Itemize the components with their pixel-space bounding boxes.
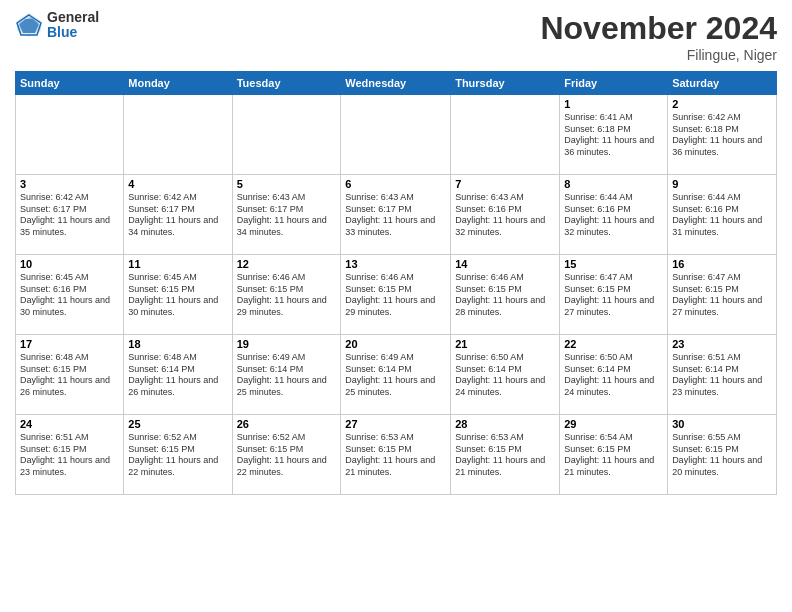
logo-general-text: General (47, 10, 99, 25)
calendar-cell: 20Sunrise: 6:49 AM Sunset: 6:14 PM Dayli… (341, 335, 451, 415)
day-info: Sunrise: 6:46 AM Sunset: 6:15 PM Dayligh… (237, 272, 337, 319)
calendar-cell: 1Sunrise: 6:41 AM Sunset: 6:18 PM Daylig… (560, 95, 668, 175)
day-number: 4 (128, 178, 227, 190)
day-info: Sunrise: 6:48 AM Sunset: 6:14 PM Dayligh… (128, 352, 227, 399)
calendar-cell: 14Sunrise: 6:46 AM Sunset: 6:15 PM Dayli… (451, 255, 560, 335)
col-wednesday: Wednesday (341, 72, 451, 95)
day-info: Sunrise: 6:46 AM Sunset: 6:15 PM Dayligh… (455, 272, 555, 319)
calendar-cell: 17Sunrise: 6:48 AM Sunset: 6:15 PM Dayli… (16, 335, 124, 415)
logo-blue-text: Blue (47, 25, 99, 40)
calendar-cell: 26Sunrise: 6:52 AM Sunset: 6:15 PM Dayli… (232, 415, 341, 495)
calendar-cell (451, 95, 560, 175)
day-info: Sunrise: 6:53 AM Sunset: 6:15 PM Dayligh… (345, 432, 446, 479)
day-number: 8 (564, 178, 663, 190)
day-number: 10 (20, 258, 119, 270)
calendar-cell: 18Sunrise: 6:48 AM Sunset: 6:14 PM Dayli… (124, 335, 232, 415)
day-number: 7 (455, 178, 555, 190)
day-number: 30 (672, 418, 772, 430)
calendar-cell: 19Sunrise: 6:49 AM Sunset: 6:14 PM Dayli… (232, 335, 341, 415)
calendar-cell: 13Sunrise: 6:46 AM Sunset: 6:15 PM Dayli… (341, 255, 451, 335)
day-info: Sunrise: 6:52 AM Sunset: 6:15 PM Dayligh… (237, 432, 337, 479)
day-number: 28 (455, 418, 555, 430)
calendar: Sunday Monday Tuesday Wednesday Thursday… (15, 71, 777, 495)
calendar-cell: 28Sunrise: 6:53 AM Sunset: 6:15 PM Dayli… (451, 415, 560, 495)
day-info: Sunrise: 6:49 AM Sunset: 6:14 PM Dayligh… (345, 352, 446, 399)
day-number: 3 (20, 178, 119, 190)
calendar-week-1: 1Sunrise: 6:41 AM Sunset: 6:18 PM Daylig… (16, 95, 777, 175)
day-info: Sunrise: 6:50 AM Sunset: 6:14 PM Dayligh… (564, 352, 663, 399)
day-info: Sunrise: 6:55 AM Sunset: 6:15 PM Dayligh… (672, 432, 772, 479)
day-number: 6 (345, 178, 446, 190)
calendar-cell (341, 95, 451, 175)
col-sunday: Sunday (16, 72, 124, 95)
calendar-cell: 21Sunrise: 6:50 AM Sunset: 6:14 PM Dayli… (451, 335, 560, 415)
day-number: 15 (564, 258, 663, 270)
calendar-cell (124, 95, 232, 175)
calendar-cell: 30Sunrise: 6:55 AM Sunset: 6:15 PM Dayli… (668, 415, 777, 495)
calendar-cell: 23Sunrise: 6:51 AM Sunset: 6:14 PM Dayli… (668, 335, 777, 415)
day-info: Sunrise: 6:43 AM Sunset: 6:17 PM Dayligh… (345, 192, 446, 239)
day-number: 13 (345, 258, 446, 270)
day-info: Sunrise: 6:49 AM Sunset: 6:14 PM Dayligh… (237, 352, 337, 399)
day-info: Sunrise: 6:41 AM Sunset: 6:18 PM Dayligh… (564, 112, 663, 159)
calendar-cell: 9Sunrise: 6:44 AM Sunset: 6:16 PM Daylig… (668, 175, 777, 255)
calendar-cell: 15Sunrise: 6:47 AM Sunset: 6:15 PM Dayli… (560, 255, 668, 335)
day-number: 27 (345, 418, 446, 430)
logo-text: General Blue (47, 10, 99, 41)
day-number: 12 (237, 258, 337, 270)
day-info: Sunrise: 6:46 AM Sunset: 6:15 PM Dayligh… (345, 272, 446, 319)
day-info: Sunrise: 6:47 AM Sunset: 6:15 PM Dayligh… (564, 272, 663, 319)
day-number: 14 (455, 258, 555, 270)
calendar-cell: 6Sunrise: 6:43 AM Sunset: 6:17 PM Daylig… (341, 175, 451, 255)
col-tuesday: Tuesday (232, 72, 341, 95)
location: Filingue, Niger (540, 47, 777, 63)
day-info: Sunrise: 6:48 AM Sunset: 6:15 PM Dayligh… (20, 352, 119, 399)
day-info: Sunrise: 6:42 AM Sunset: 6:17 PM Dayligh… (128, 192, 227, 239)
calendar-header-row: Sunday Monday Tuesday Wednesday Thursday… (16, 72, 777, 95)
calendar-cell: 8Sunrise: 6:44 AM Sunset: 6:16 PM Daylig… (560, 175, 668, 255)
day-info: Sunrise: 6:44 AM Sunset: 6:16 PM Dayligh… (564, 192, 663, 239)
col-friday: Friday (560, 72, 668, 95)
day-number: 17 (20, 338, 119, 350)
calendar-cell: 5Sunrise: 6:43 AM Sunset: 6:17 PM Daylig… (232, 175, 341, 255)
calendar-week-3: 10Sunrise: 6:45 AM Sunset: 6:16 PM Dayli… (16, 255, 777, 335)
header: General Blue November 2024 Filingue, Nig… (15, 10, 777, 63)
day-number: 18 (128, 338, 227, 350)
day-info: Sunrise: 6:53 AM Sunset: 6:15 PM Dayligh… (455, 432, 555, 479)
calendar-week-5: 24Sunrise: 6:51 AM Sunset: 6:15 PM Dayli… (16, 415, 777, 495)
day-info: Sunrise: 6:43 AM Sunset: 6:16 PM Dayligh… (455, 192, 555, 239)
day-info: Sunrise: 6:45 AM Sunset: 6:15 PM Dayligh… (128, 272, 227, 319)
calendar-week-4: 17Sunrise: 6:48 AM Sunset: 6:15 PM Dayli… (16, 335, 777, 415)
calendar-cell: 16Sunrise: 6:47 AM Sunset: 6:15 PM Dayli… (668, 255, 777, 335)
calendar-cell: 2Sunrise: 6:42 AM Sunset: 6:18 PM Daylig… (668, 95, 777, 175)
day-number: 21 (455, 338, 555, 350)
calendar-cell: 4Sunrise: 6:42 AM Sunset: 6:17 PM Daylig… (124, 175, 232, 255)
calendar-cell (16, 95, 124, 175)
calendar-cell: 29Sunrise: 6:54 AM Sunset: 6:15 PM Dayli… (560, 415, 668, 495)
day-number: 2 (672, 98, 772, 110)
calendar-cell: 10Sunrise: 6:45 AM Sunset: 6:16 PM Dayli… (16, 255, 124, 335)
day-number: 11 (128, 258, 227, 270)
day-info: Sunrise: 6:54 AM Sunset: 6:15 PM Dayligh… (564, 432, 663, 479)
col-monday: Monday (124, 72, 232, 95)
day-number: 29 (564, 418, 663, 430)
col-saturday: Saturday (668, 72, 777, 95)
title-block: November 2024 Filingue, Niger (540, 10, 777, 63)
day-number: 25 (128, 418, 227, 430)
calendar-cell: 25Sunrise: 6:52 AM Sunset: 6:15 PM Dayli… (124, 415, 232, 495)
day-info: Sunrise: 6:42 AM Sunset: 6:18 PM Dayligh… (672, 112, 772, 159)
calendar-cell: 27Sunrise: 6:53 AM Sunset: 6:15 PM Dayli… (341, 415, 451, 495)
day-number: 1 (564, 98, 663, 110)
calendar-cell: 3Sunrise: 6:42 AM Sunset: 6:17 PM Daylig… (16, 175, 124, 255)
day-info: Sunrise: 6:50 AM Sunset: 6:14 PM Dayligh… (455, 352, 555, 399)
calendar-cell: 11Sunrise: 6:45 AM Sunset: 6:15 PM Dayli… (124, 255, 232, 335)
day-number: 22 (564, 338, 663, 350)
day-number: 23 (672, 338, 772, 350)
day-number: 24 (20, 418, 119, 430)
day-info: Sunrise: 6:44 AM Sunset: 6:16 PM Dayligh… (672, 192, 772, 239)
day-number: 16 (672, 258, 772, 270)
calendar-cell: 7Sunrise: 6:43 AM Sunset: 6:16 PM Daylig… (451, 175, 560, 255)
day-info: Sunrise: 6:43 AM Sunset: 6:17 PM Dayligh… (237, 192, 337, 239)
day-info: Sunrise: 6:52 AM Sunset: 6:15 PM Dayligh… (128, 432, 227, 479)
day-number: 19 (237, 338, 337, 350)
